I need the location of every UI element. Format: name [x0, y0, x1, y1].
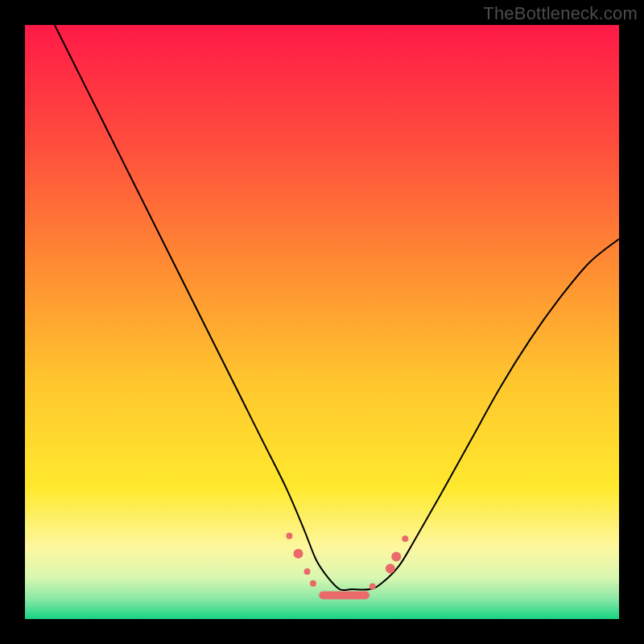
- highlight-dot: [391, 552, 401, 562]
- watermark-text: TheBottleneck.com: [483, 3, 638, 24]
- highlight-dot: [310, 580, 316, 587]
- highlight-dot: [286, 533, 292, 539]
- gradient-background: [25, 25, 619, 619]
- highlight-dot: [386, 564, 395, 573]
- chart-container: TheBottleneck.com: [0, 0, 644, 644]
- highlight-dot: [293, 549, 303, 559]
- chart-svg: [25, 25, 619, 619]
- highlight-dot: [402, 535, 408, 542]
- plot-area: [25, 25, 619, 619]
- highlight-dot: [304, 568, 311, 575]
- highlight-dot: [369, 583, 376, 589]
- highlight-bar: [319, 591, 369, 599]
